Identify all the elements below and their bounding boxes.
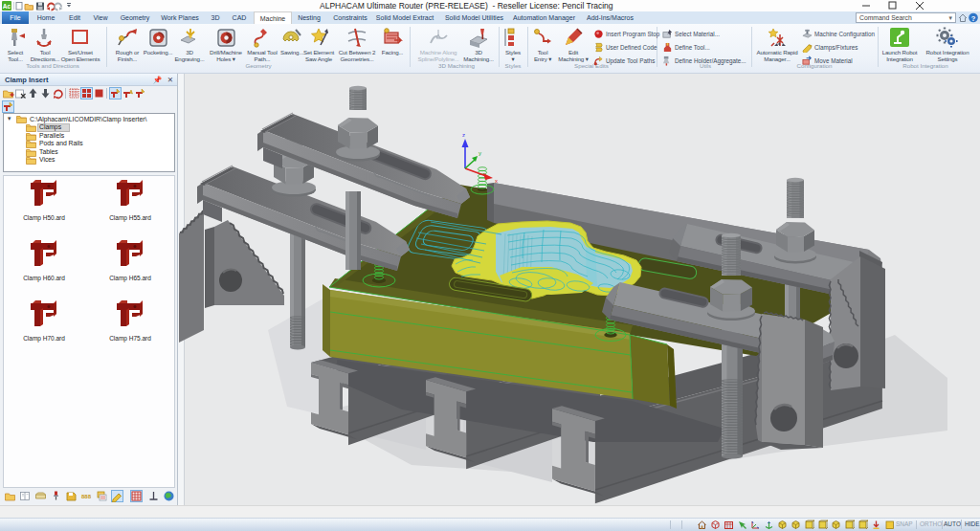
svg-text:y: y (479, 150, 481, 156)
svg-text:z: z (462, 132, 465, 138)
svg-text:Ac: Ac (3, 3, 11, 10)
svg-text:x: x (495, 178, 498, 184)
svg-text:888: 888 (81, 494, 92, 499)
svg-text:?: ? (971, 14, 976, 23)
